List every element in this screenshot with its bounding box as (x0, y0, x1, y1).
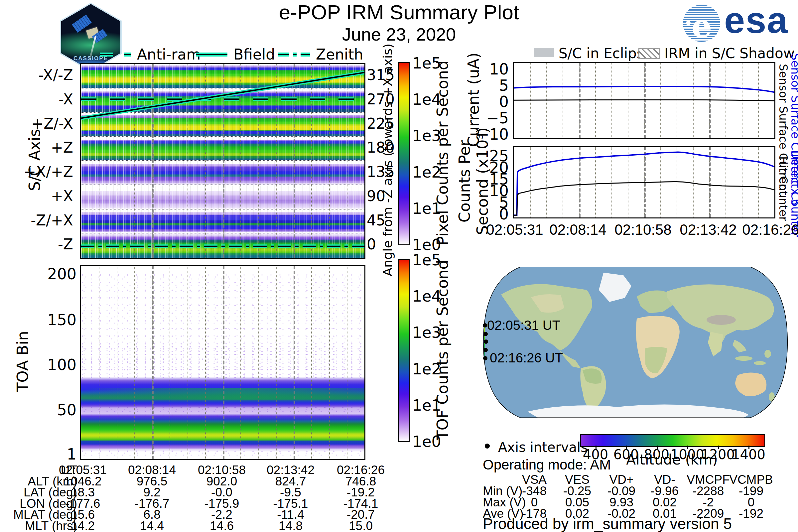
irm-summary-page: CASSIOPE e-POP IRM Summary Plot June 23,… (0, 0, 798, 532)
ephemeris-row-label: MLT (hrs) (0, 520, 77, 532)
grid-line-minor (311, 266, 312, 459)
band-label: -Z (7, 237, 73, 252)
altitude-tickmark (748, 445, 749, 449)
bfield-legend-label: Bfield (233, 47, 275, 62)
shadow-legend-label: IRM in S/C Shadow (664, 46, 795, 60)
track-interval-dot (483, 323, 487, 327)
tof-counts-colorbar-label: TOF Counts per Second (434, 259, 452, 440)
time-tick-label: 02:05:31 (486, 224, 543, 236)
esa-globe-icon: e (683, 5, 720, 42)
hit-counter-label: Hit Counter (777, 156, 790, 221)
toa-tick-label: 200 (43, 267, 76, 281)
world-map (481, 265, 790, 420)
altitude-tickmark (718, 445, 719, 449)
ephemeris-cell: 14.6 (210, 520, 234, 532)
band-label: -Z/+X (7, 213, 73, 228)
toa-tick-label: 100 (43, 358, 76, 372)
toa-spectrogram (80, 265, 365, 460)
sc-axis-band-labels: -X/-Z-X+Z/-X+Z+X/+Z+X-Z/+X-Z (7, 63, 77, 257)
band-label: -X/-Z (7, 68, 73, 82)
grid-line-minor (170, 266, 170, 459)
band-label: -X (7, 92, 73, 107)
grid-line-major (223, 266, 225, 459)
shadow-legend-swatch (639, 48, 660, 59)
toa-tick-label: 50 (43, 403, 76, 417)
tof-counts-colorbar (398, 259, 410, 442)
cassiope-patch-art: CASSIOPE (61, 4, 120, 71)
band-label: +X/+Z (7, 165, 73, 179)
grid-line-minor (329, 266, 330, 459)
grid-line-minor (347, 266, 347, 459)
angle-tick-label: 0 (367, 237, 376, 252)
operating-mode: Operating mode: AM (483, 457, 611, 473)
ephemeris-cell: 14.4 (140, 520, 164, 532)
ephemeris-cell: 14.2 (71, 520, 95, 532)
altitude-colorbar (580, 434, 765, 447)
track-end-label: 02:16:26 UT (490, 351, 563, 364)
time-tick-label: 02:10:58 (614, 224, 671, 236)
band-label: +Z (7, 140, 73, 155)
grid-line-minor (241, 266, 241, 459)
counts-ytick: 0 (475, 207, 509, 222)
current-ytick: 0 (475, 94, 509, 109)
bfield-line-sample (196, 53, 227, 57)
page-date: June 23, 2020 (233, 24, 565, 44)
page-title: e-POP IRM Summary Plot (233, 1, 565, 24)
band-label: +Z/-X (7, 116, 73, 131)
toa-tick-label: 1 (43, 447, 76, 461)
pixel-counts-colorbar-label: Pixel Counts per Second (434, 62, 452, 244)
anti-ram-line-sample (100, 53, 131, 57)
cassiope-mission-patch: CASSIOPE (60, 3, 122, 72)
zenith-legend-label: Zenith (316, 47, 363, 62)
grid-line-minor (188, 266, 188, 459)
grid-line-minor (117, 266, 117, 459)
ephemeris-cell: 14.8 (279, 520, 303, 532)
current-ytick: 10 (475, 62, 509, 76)
time-tick-label: 02:16:26 (742, 224, 798, 236)
grid-line-minor (134, 266, 135, 459)
eclipse-legend-swatch (534, 48, 554, 57)
altitude-tickmark (595, 445, 596, 449)
band-label: +X (7, 189, 73, 204)
grid-line-minor (258, 266, 259, 459)
page-title-block: e-POP IRM Summary Plot June 23, 2020 (233, 1, 565, 44)
anti-ram-legend-label: Anti-ram (137, 47, 201, 62)
sc-axis-spectrogram (80, 63, 365, 259)
track-start-label: 02:05:31 UT (487, 319, 560, 332)
axis-intervals-label: Axis intervals (498, 440, 588, 455)
current-ytick: 5 (475, 78, 509, 93)
track-interval-dot (484, 340, 488, 344)
altitude-tickmark (626, 445, 627, 449)
esa-logo-text: esa (724, 0, 788, 41)
pixel-counts-colorbar (398, 62, 410, 245)
footer-text: Produced by irm_summary version 5 (483, 515, 732, 532)
grid-line-minor (99, 266, 99, 459)
current-chart (513, 62, 775, 139)
grid-line-major (293, 266, 295, 459)
grid-line-major (152, 266, 154, 459)
current-ytick: −5 (475, 111, 509, 125)
toa-ylabel: TOA Bin (13, 265, 32, 458)
counts-chart (513, 146, 775, 218)
toa-tick-label: 150 (43, 312, 76, 327)
angle-axis-label: Angle from -Z axis (towards +X axis) (380, 63, 395, 257)
grid-line-minor (276, 266, 277, 459)
time-tick-label: 02:13:42 (680, 224, 737, 236)
track-interval-dot (483, 348, 488, 352)
zenith-line-sample (278, 53, 310, 57)
altitude-tickmark (687, 445, 688, 449)
grid-line-minor (205, 266, 206, 459)
voltage-cell: -192 (739, 507, 763, 520)
time-tick-label: 02:08:14 (549, 224, 606, 236)
ephemeris-cell: 15.0 (349, 520, 373, 532)
altitude-tickmark (657, 445, 658, 449)
track-interval-dot (483, 356, 488, 360)
attitude-overlay-lines (81, 64, 364, 258)
axis-interval-dot-icon (485, 443, 490, 449)
